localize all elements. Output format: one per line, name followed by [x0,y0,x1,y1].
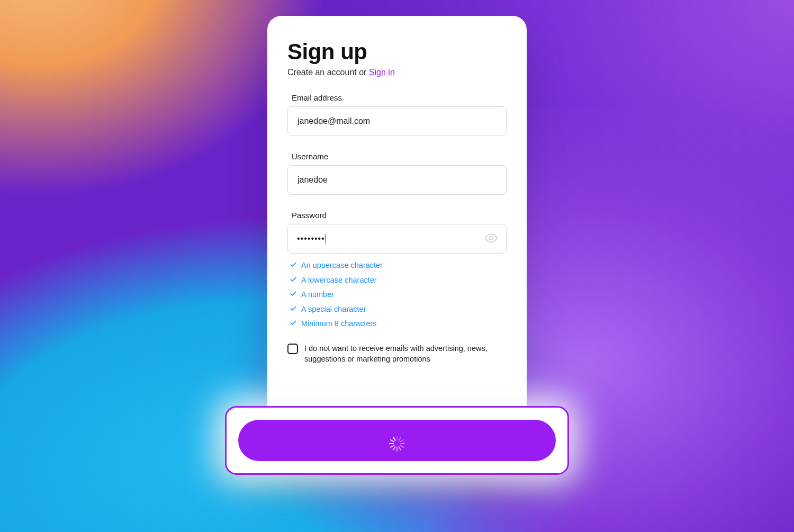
check-icon [290,319,297,328]
marketing-optout-row: I do not want to receive emails with adv… [287,343,507,365]
eye-icon [484,231,498,247]
check-icon [290,290,297,299]
marketing-optout-label: I do not want to receive emails with adv… [304,343,501,365]
password-label: Password [292,211,507,220]
password-rule-text: A number [301,291,334,299]
password-input[interactable] [287,224,507,254]
check-icon [290,305,297,314]
subtitle: Create an account or Sign in [287,68,507,77]
password-rule-text: A special character [301,305,366,313]
password-field-group: Password •••••••• An uppercase character [287,211,507,328]
spinner-icon [388,431,406,449]
email-input[interactable] [287,106,507,136]
password-rule: A number [290,290,507,299]
check-icon [290,276,297,285]
password-rule-text: A lowercase character [301,276,377,284]
password-rule: Minimum 8 characters [290,319,507,328]
password-rule: A lowercase character [290,276,507,285]
sign-in-link[interactable]: Sign in [369,68,395,77]
password-rules-list: An uppercase character A lowercase chara… [287,261,507,328]
check-icon [290,261,297,270]
username-input[interactable] [287,165,507,195]
subtitle-prefix: Create an account or [287,68,369,77]
submit-button-callout [225,406,569,475]
email-label: Email address [292,93,507,102]
email-input-wrap [287,106,507,136]
password-rule: A special character [290,305,507,314]
username-input-wrap [287,165,507,195]
username-label: Username [292,152,507,161]
submit-button[interactable] [238,420,556,461]
toggle-password-visibility-button[interactable] [483,231,499,247]
username-field-group: Username [287,152,507,195]
marketing-optout-checkbox[interactable] [287,344,298,354]
page-title: Sign up [287,39,507,65]
password-rule-text: An uppercase character [301,262,383,269]
password-input-wrap: •••••••• [287,224,507,254]
svg-point-0 [490,236,493,240]
signup-card: Sign up Create an account or Sign in Ema… [267,16,527,470]
email-field-group: Email address [287,93,507,136]
password-rule-text: Minimum 8 characters [301,320,377,328]
password-rule: An uppercase character [290,261,507,270]
